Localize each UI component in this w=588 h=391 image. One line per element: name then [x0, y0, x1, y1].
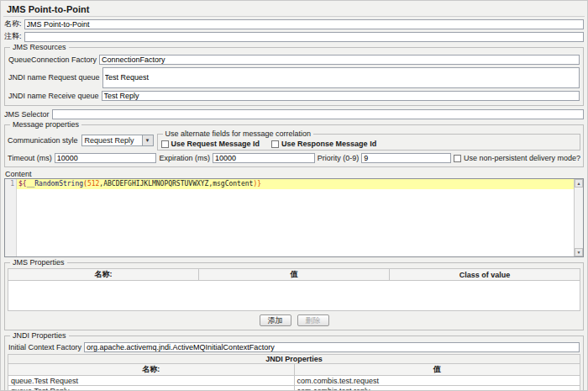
line-number-gutter: 1 [5, 179, 17, 256]
expiration-label: Expiration (ms) [159, 154, 210, 162]
jms-resources-group: JMS Resources QueueConnection Factory JN… [4, 47, 584, 106]
jms-selector-input[interactable] [52, 109, 584, 119]
initial-context-factory-input[interactable] [84, 342, 580, 352]
jndi-table-title: JNDI Properties [8, 354, 580, 363]
title-separator [3, 16, 585, 17]
jndi-properties-group-title: JNDI Properties [10, 331, 69, 340]
content-label: Content [5, 170, 583, 178]
jms-prop-col-value[interactable]: 值 [199, 269, 390, 281]
jndi-row-name[interactable]: queue.Test Request [8, 376, 295, 386]
correlation-group: Use alternate fields for message correla… [157, 134, 580, 151]
use-request-message-id-label: Use Request Message Id [171, 140, 260, 148]
message-properties-group: Message properties Communication style R… [4, 124, 584, 167]
jndi-row-value[interactable]: com.combis.test.request [294, 376, 580, 386]
jms-prop-delete-button[interactable]: 删除 [297, 314, 329, 326]
code-segment: __RandomString [27, 180, 83, 188]
jndi-properties-group: JNDI Properties Initial Context Factory … [4, 336, 584, 391]
scroll-down-icon[interactable]: ▼ [575, 248, 583, 256]
code-segment: )} [253, 180, 261, 188]
communication-style-label: Communication style [8, 136, 78, 145]
request-queue-input[interactable] [102, 67, 580, 88]
checkbox-icon[interactable] [454, 155, 461, 162]
use-request-message-id-checkbox[interactable]: Use Request Message Id [161, 140, 260, 148]
jndi-col-name[interactable]: 名称: [8, 364, 295, 376]
code-segment: 512 [87, 180, 99, 188]
scroll-up-icon[interactable]: ▲ [575, 179, 583, 188]
use-response-message-id-checkbox[interactable]: Use Response Message Id [271, 140, 376, 148]
jndi-properties-table: 名称: 值 queue.Test Request com.combis.test… [8, 363, 580, 391]
priority-input[interactable] [361, 153, 451, 163]
correlation-group-title: Use alternate fields for message correla… [163, 129, 314, 138]
jms-prop-col-class[interactable]: Class of value [390, 269, 580, 281]
communication-style-value: Request Reply [82, 136, 142, 145]
jms-prop-add-button[interactable]: 添加 [260, 314, 291, 326]
timeout-input[interactable] [55, 153, 157, 163]
jndi-row-name[interactable]: queue.Test Reply [8, 386, 295, 391]
receive-queue-label: JNDI name Receive queue [8, 92, 99, 100]
communication-style-dropdown[interactable]: Request Reply ▼ [81, 135, 154, 146]
line-number: 1 [10, 180, 14, 188]
jms-resources-group-title: JMS Resources [10, 43, 69, 51]
non-persistent-checkbox[interactable]: Use non-persistent delivery mode? [454, 154, 580, 162]
jms-properties-table: 名称: 值 Class of value [8, 268, 580, 311]
jms-point-to-point-panel: JMS Point-to-Point 名称: 注释: JMS Resources… [0, 0, 588, 391]
content-code-area[interactable]: ${__RandomString(512,ABCDEFGHIJKLMNOPQRS… [17, 179, 574, 256]
jms-properties-empty-area[interactable] [8, 281, 580, 311]
content-editor[interactable]: 1 ${__RandomString(512,ABCDEFGHIJKLMNOPQ… [4, 178, 584, 257]
initial-context-factory-label: Initial Context Factory [8, 343, 81, 351]
name-label: 名称: [4, 18, 22, 29]
message-properties-group-title: Message properties [10, 120, 81, 129]
chevron-down-icon[interactable]: ▼ [142, 135, 153, 145]
queue-connection-factory-label: QueueConnection Factory [8, 55, 97, 64]
jms-properties-group-title: JMS Properties [10, 258, 67, 267]
expiration-input[interactable] [213, 153, 315, 163]
page-title: JMS Point-to-Point [3, 3, 585, 16]
code-segment: ,ABCDEFGHIJKLMNOPQRSTUVWXYZ,msgContent [99, 180, 253, 188]
jndi-col-value[interactable]: 值 [294, 364, 580, 376]
jms-properties-group: JMS Properties 名称: 值 Class of value 添加 删… [4, 262, 584, 330]
table-row[interactable]: queue.Test Request com.combis.test.reque… [8, 376, 580, 386]
content-line[interactable]: ${__RandomString(512,ABCDEFGHIJKLMNOPQRS… [17, 179, 574, 189]
jndi-row-value[interactable]: com.combis.test.reply [294, 386, 580, 391]
request-queue-label: JNDI name Request queue [8, 73, 100, 82]
non-persistent-label: Use non-persistent delivery mode? [464, 154, 580, 162]
checkbox-icon[interactable] [271, 140, 279, 148]
jms-selector-label: JMS Selector [4, 110, 50, 119]
checkbox-icon[interactable] [161, 140, 169, 148]
table-row[interactable]: queue.Test Reply com.combis.test.reply [8, 386, 580, 391]
jms-prop-col-name[interactable]: 名称: [8, 269, 199, 281]
comment-label: 注释: [4, 31, 22, 42]
name-input[interactable] [24, 19, 584, 29]
use-response-message-id-label: Use Response Message Id [281, 140, 376, 148]
queue-connection-factory-input[interactable] [99, 55, 580, 65]
code-segment: ${ [18, 180, 27, 188]
receive-queue-input[interactable] [102, 91, 580, 101]
timeout-label: Timeout (ms) [8, 154, 52, 162]
content-scrollbar[interactable]: ▲ ▼ [574, 179, 583, 256]
comment-input[interactable] [24, 32, 584, 42]
priority-label: Priority (0-9) [318, 154, 360, 162]
